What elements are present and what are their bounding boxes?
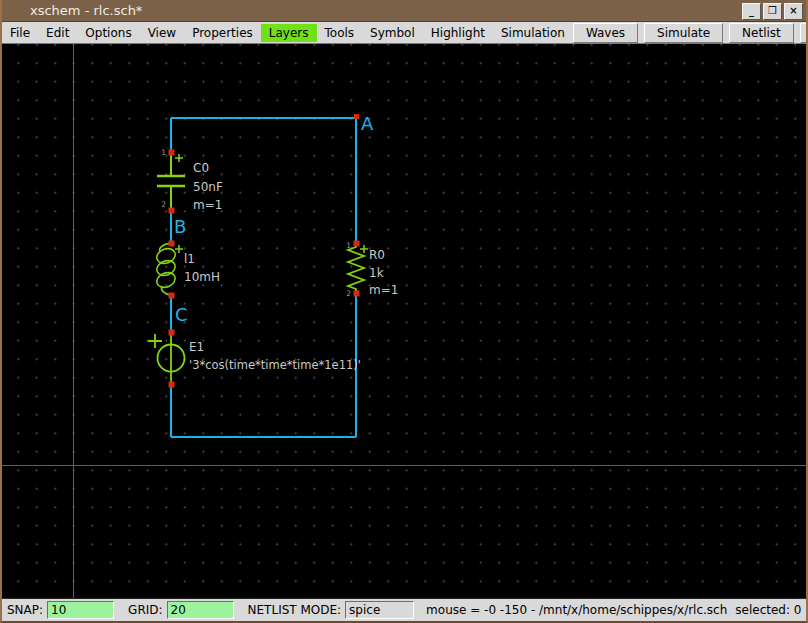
- pin-marker: [169, 150, 175, 156]
- menu-item-properties[interactable]: Properties: [184, 24, 261, 42]
- pin-marker: [169, 382, 175, 388]
- schematic-drawing: 1 2 1 2 C0 50nF m=1 l1 10mH E1 '3*cos(ti…: [2, 44, 806, 598]
- resistor-value-label[interactable]: 1k: [369, 266, 384, 280]
- menu-item-symbol[interactable]: Symbol: [362, 24, 423, 42]
- schematic-canvas[interactable]: 1 2 1 2 C0 50nF m=1 l1 10mH E1 '3*cos(ti…: [2, 44, 806, 598]
- menu-item-file[interactable]: File: [2, 24, 38, 42]
- resistor-ref-label[interactable]: R0: [369, 248, 385, 262]
- inductor-symbol[interactable]: [155, 243, 183, 295]
- netlist-mode-label: NETLIST MODE:: [248, 603, 342, 617]
- source-value-label[interactable]: '3*cos(time*time*time*1e11)': [189, 358, 361, 372]
- plus-icon: [175, 154, 183, 162]
- help-button[interactable]: Help: [800, 23, 808, 43]
- resistor-mult-label[interactable]: m=1: [369, 283, 398, 297]
- minimize-icon: _: [749, 5, 754, 16]
- capacitor-ref-label[interactable]: C0: [193, 161, 209, 175]
- maximize-button[interactable]: ❒: [763, 3, 782, 20]
- resistor-symbol[interactable]: [348, 243, 368, 293]
- grid-label: GRID:: [128, 603, 162, 617]
- menu-item-options[interactable]: Options: [77, 24, 139, 42]
- simulate-button[interactable]: Simulate: [644, 23, 723, 43]
- menubar: File Edit Options View Properties Layers…: [2, 22, 806, 44]
- pin-marker: [169, 293, 175, 299]
- selected-status-text: selected: 0: [735, 603, 801, 617]
- pin-marker: [354, 241, 360, 247]
- plus-icon: [360, 245, 368, 253]
- close-icon: ×: [789, 5, 797, 16]
- node-label-c[interactable]: C: [175, 304, 188, 325]
- pin-number: 1: [346, 241, 351, 250]
- statusbar: SNAP: GRID: NETLIST MODE: mouse = -0 -15…: [2, 598, 806, 621]
- plus-icon: [148, 334, 162, 348]
- pin-number: 2: [346, 289, 351, 298]
- pin-number: 2: [161, 200, 166, 209]
- menu-item-simulation[interactable]: Simulation: [493, 24, 573, 42]
- inductor-value-label[interactable]: 10mH: [184, 270, 220, 284]
- menu-item-highlight[interactable]: Highlight: [423, 24, 493, 42]
- menu-item-layers[interactable]: Layers: [261, 24, 317, 42]
- pin-marker: [169, 241, 175, 247]
- netlist-mode-input[interactable]: [345, 601, 414, 619]
- snap-label: SNAP:: [7, 603, 43, 617]
- window-controls: _ ❒ ×: [742, 3, 803, 20]
- grid-input[interactable]: [167, 601, 234, 619]
- snap-input[interactable]: [47, 601, 114, 619]
- source-ref-label[interactable]: E1: [189, 340, 204, 354]
- pin-marker: [169, 330, 175, 336]
- node-label-b[interactable]: B: [174, 216, 186, 237]
- pin-number: 1: [161, 148, 166, 157]
- waves-button[interactable]: Waves: [573, 23, 638, 43]
- inductor-ref-label[interactable]: l1: [184, 252, 195, 266]
- node-labels: A B C: [174, 113, 374, 325]
- node-label-a[interactable]: A: [361, 113, 374, 134]
- close-button[interactable]: ×: [784, 3, 803, 20]
- minimize-button[interactable]: _: [742, 3, 761, 20]
- titlebar[interactable]: xschem - rlc.sch* _ ❒ ×: [2, 0, 806, 22]
- capacitor-mult-label[interactable]: m=1: [193, 198, 222, 212]
- xschem-window: xschem - rlc.sch* _ ❒ × File Edit Option…: [0, 0, 808, 623]
- menu-item-tools[interactable]: Tools: [317, 24, 363, 42]
- menu-item-view[interactable]: View: [140, 24, 184, 42]
- pin-marker: [354, 291, 360, 297]
- wire-endpoint-marker: [354, 114, 359, 119]
- component-labels: C0 50nF m=1 l1 10mH E1 '3*cos(time*time*…: [184, 161, 398, 372]
- menu-item-edit[interactable]: Edit: [38, 24, 77, 42]
- capacitor-value-label[interactable]: 50nF: [193, 180, 223, 194]
- source-symbol[interactable]: [148, 332, 185, 384]
- pin-marker: [169, 208, 175, 214]
- window-title: xschem - rlc.sch*: [2, 3, 142, 18]
- mouse-status-text: mouse = -0 -150 - /mnt/x/home/schippes/x…: [426, 603, 727, 617]
- plus-icon: [175, 245, 183, 253]
- netlist-button[interactable]: Netlist: [729, 23, 794, 43]
- maximize-icon: ❒: [768, 5, 777, 16]
